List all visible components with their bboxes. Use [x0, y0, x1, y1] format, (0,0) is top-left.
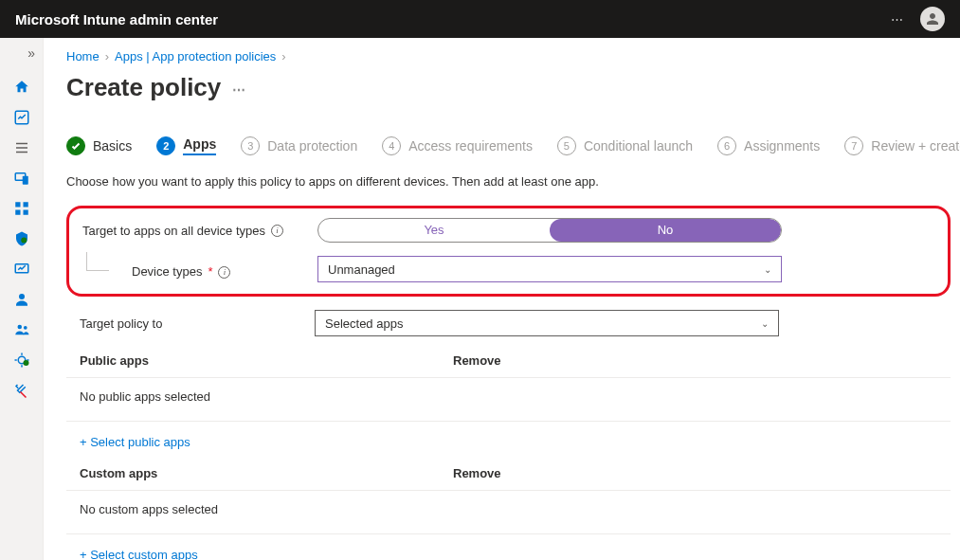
target-all-devices-label: Target to apps on all device types i — [82, 224, 317, 238]
toggle-yes[interactable]: Yes — [318, 219, 550, 242]
target-all-devices-toggle[interactable]: Yes No — [317, 218, 782, 243]
step-label: Conditional launch — [584, 138, 693, 154]
top-header: Microsoft Intune admin center ⋯ — [0, 0, 960, 38]
nav-troubleshoot-icon[interactable] — [12, 381, 31, 400]
custom-apps-empty: No custom apps selected — [66, 491, 951, 534]
select-public-apps-link[interactable]: + Select public apps — [66, 422, 951, 466]
chevron-down-icon: ⌄ — [761, 318, 769, 329]
device-types-dropdown[interactable]: Unmanaged ⌄ — [317, 256, 782, 282]
person-icon — [924, 10, 941, 27]
nav-reports-icon[interactable] — [12, 260, 31, 279]
chevron-down-icon: ⌄ — [764, 264, 771, 275]
dropdown-value: Unmanaged — [328, 262, 395, 277]
svg-point-12 — [19, 294, 25, 299]
svg-point-14 — [23, 326, 27, 330]
step-label: Data protection — [267, 138, 357, 154]
step-number: 3 — [241, 136, 260, 155]
info-icon[interactable]: i — [271, 225, 283, 237]
public-apps-empty: No public apps selected — [66, 378, 951, 422]
step-data-protection[interactable]: 3 Data protection — [241, 136, 357, 155]
step-label: Apps — [183, 136, 216, 155]
step-description: Choose how you want to apply this policy… — [66, 174, 951, 189]
page-title: Create policy — [66, 73, 221, 102]
target-policy-label: Target policy to — [66, 316, 315, 331]
custom-apps-header: Custom apps Remove — [66, 466, 951, 491]
tree-indent-icon — [86, 252, 109, 271]
step-access-requirements[interactable]: 4 Access requirements — [382, 136, 533, 155]
select-custom-apps-link[interactable]: + Select custom apps — [66, 534, 951, 560]
left-nav-rail: » — [0, 38, 44, 560]
nav-security-icon[interactable] — [12, 229, 31, 248]
toggle-no[interactable]: No — [550, 219, 781, 242]
header-more-button[interactable]: ⋯ — [891, 12, 905, 27]
step-conditional-launch[interactable]: 5 Conditional launch — [557, 136, 693, 155]
breadcrumb: Home › Apps | App protection policies › — [66, 49, 951, 63]
chevron-right-icon: › — [105, 49, 109, 63]
expand-nav-icon[interactable]: » — [27, 44, 35, 66]
step-label: Assignments — [744, 138, 820, 154]
chevron-right-icon: › — [281, 49, 285, 63]
step-number: 4 — [382, 136, 401, 155]
step-assignments[interactable]: 6 Assignments — [717, 136, 820, 155]
nav-list-icon[interactable] — [12, 138, 31, 157]
step-number: 2 — [156, 136, 175, 155]
product-title: Microsoft Intune admin center — [15, 11, 218, 27]
column-header: Remove — [453, 466, 501, 480]
svg-point-16 — [23, 360, 28, 366]
wizard-steps: Basics 2 Apps 3 Data protection 4 Access… — [66, 136, 951, 155]
svg-rect-8 — [15, 210, 20, 215]
svg-point-10 — [21, 238, 27, 244]
nav-home-icon[interactable] — [12, 78, 31, 97]
page-title-more-button[interactable]: ⋯ — [232, 82, 245, 98]
step-basics[interactable]: Basics — [66, 136, 132, 155]
svg-point-13 — [17, 325, 22, 330]
column-header: Remove — [453, 353, 501, 368]
highlight-annotation: Target to apps on all device types i Yes… — [66, 206, 951, 297]
breadcrumb-apps[interactable]: Apps | App protection policies — [115, 49, 276, 63]
breadcrumb-home[interactable]: Home — [66, 49, 100, 63]
info-icon[interactable]: i — [218, 266, 230, 279]
step-label: Review + create — [871, 138, 960, 154]
nav-users-icon[interactable] — [12, 290, 31, 309]
nav-devices-icon[interactable] — [12, 169, 31, 188]
public-apps-header: Public apps Remove — [66, 353, 951, 378]
nav-dashboard-icon[interactable] — [12, 108, 31, 127]
nav-apps-icon[interactable] — [12, 199, 31, 218]
check-icon — [66, 136, 85, 155]
step-label: Access requirements — [408, 138, 533, 154]
svg-rect-6 — [15, 202, 20, 207]
step-number: 7 — [844, 136, 863, 155]
main-content: Home › Apps | App protection policies › … — [44, 38, 960, 560]
svg-rect-9 — [23, 210, 27, 215]
step-apps[interactable]: 2 Apps — [156, 136, 216, 155]
step-review-create[interactable]: 7 Review + create — [844, 136, 960, 155]
page-title-row: Create policy ⋯ — [66, 73, 951, 102]
svg-rect-7 — [23, 202, 27, 207]
dropdown-value: Selected apps — [325, 316, 403, 331]
nav-groups-icon[interactable] — [12, 320, 31, 339]
column-header: Public apps — [80, 353, 453, 368]
step-number: 5 — [557, 136, 576, 155]
target-policy-dropdown[interactable]: Selected apps ⌄ — [315, 310, 779, 336]
device-types-label: Device types * i — [82, 260, 317, 279]
step-number: 6 — [717, 136, 736, 155]
step-label: Basics — [93, 138, 132, 154]
avatar[interactable] — [920, 7, 945, 31]
column-header: Custom apps — [80, 466, 453, 480]
svg-rect-5 — [22, 176, 27, 185]
nav-tenant-icon[interactable] — [12, 351, 31, 370]
